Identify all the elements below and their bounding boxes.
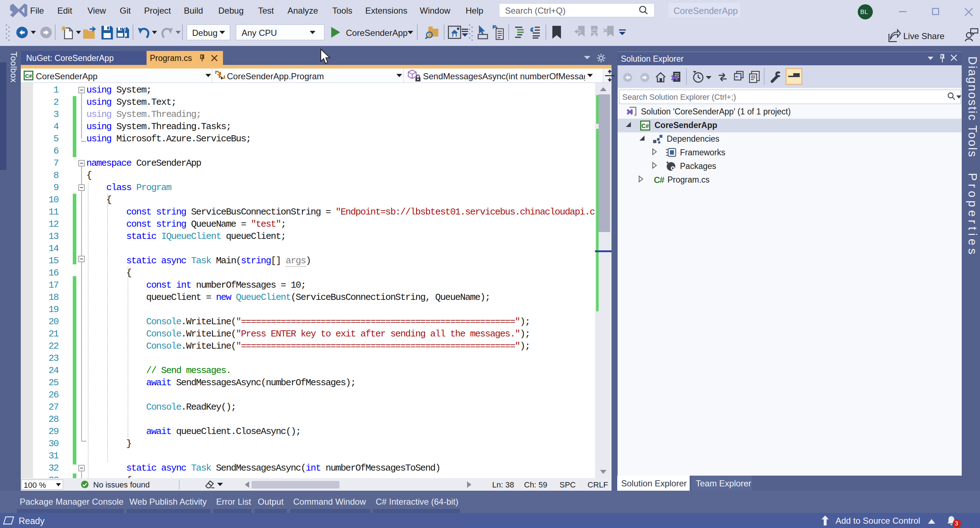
svg-text:C#: C# [25, 73, 32, 79]
svg-text:C#: C# [642, 123, 649, 129]
